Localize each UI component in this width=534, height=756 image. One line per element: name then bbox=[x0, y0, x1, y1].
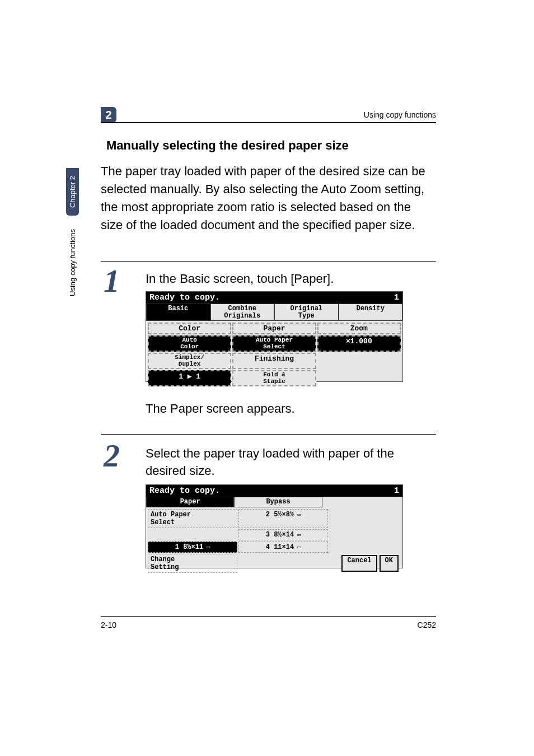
paper-header: Paper bbox=[232, 323, 316, 334]
tab-combine-originals[interactable]: Combine Originals bbox=[210, 304, 275, 321]
tray-3-button[interactable]: 3 8½×14 bbox=[238, 529, 328, 540]
zoom-button[interactable]: ×1.000 bbox=[317, 335, 401, 352]
bypass-column-header: Bypass bbox=[234, 497, 322, 507]
tab-density[interactable]: Density bbox=[339, 304, 403, 321]
blank-cell bbox=[317, 353, 401, 369]
zoom-header: Zoom bbox=[317, 323, 401, 334]
ok-button[interactable]: OK bbox=[380, 555, 399, 572]
page-number: 2-10 bbox=[101, 620, 116, 629]
duplex-button[interactable]: 1 ▶ 1 bbox=[148, 370, 231, 386]
finishing-button[interactable]: Finishing bbox=[232, 353, 316, 369]
color-header: Color bbox=[148, 323, 231, 334]
paper-button[interactable]: Auto Paper Select bbox=[232, 335, 316, 352]
paper-column-header: Paper bbox=[146, 497, 234, 507]
lcd1-count: 1 bbox=[394, 293, 399, 302]
auto-paper-select-button[interactable]: Auto Paper Select bbox=[148, 509, 237, 528]
section-title: Manually selecting the desired paper siz… bbox=[106, 138, 349, 153]
lcd2-count: 1 bbox=[394, 486, 399, 496]
color-button[interactable]: Auto Color bbox=[148, 335, 231, 352]
step-number-2: 2 bbox=[104, 437, 120, 474]
header-rule bbox=[101, 122, 436, 123]
running-head: Using copy functions bbox=[364, 110, 436, 119]
chapter-badge: 2 bbox=[101, 107, 116, 123]
step-number-1: 1 bbox=[104, 262, 120, 300]
basic-screen-screenshot: Ready to copy. 1 Basic Combine Originals… bbox=[146, 291, 403, 382]
fold-staple-button[interactable]: Fold & Staple bbox=[232, 370, 316, 386]
footer-rule bbox=[101, 616, 436, 617]
change-setting-button[interactable]: Change Setting bbox=[148, 554, 237, 573]
lcd2-ready: Ready to copy. bbox=[149, 486, 220, 496]
side-tabs: Chapter 2 Using copy functions bbox=[63, 168, 82, 304]
tray-1-button[interactable]: 1 8½×11 bbox=[148, 542, 237, 553]
tab-original-type[interactable]: Original Type bbox=[274, 304, 339, 321]
step-divider-1 bbox=[101, 261, 436, 262]
step-text-2: Select the paper tray loaded with paper … bbox=[146, 445, 436, 480]
tray-2-button[interactable]: 2 5½×8½ bbox=[238, 509, 328, 528]
lcd1-ready: Ready to copy. bbox=[149, 293, 220, 302]
model-number: C252 bbox=[418, 620, 436, 629]
side-tab-section: Using copy functions bbox=[66, 221, 79, 304]
step-divider-2 bbox=[101, 434, 436, 435]
intro-paragraph: The paper tray loaded with paper of the … bbox=[101, 162, 436, 234]
duplex-header: Simplex/ Duplex bbox=[148, 353, 231, 369]
side-tab-chapter: Chapter 2 bbox=[66, 168, 79, 216]
cancel-button[interactable]: Cancel bbox=[341, 555, 377, 572]
tray-4-button[interactable]: 4 11×14 bbox=[238, 542, 328, 553]
step-text-1: In the Basic screen, touch [Paper]. bbox=[146, 270, 436, 288]
paper-screen-screenshot: Ready to copy. 1 Paper Bypass Auto Paper… bbox=[146, 484, 403, 568]
tab-basic[interactable]: Basic bbox=[146, 304, 210, 321]
blank-cell bbox=[317, 370, 401, 386]
step1-result: The Paper screen appears. bbox=[146, 400, 436, 418]
